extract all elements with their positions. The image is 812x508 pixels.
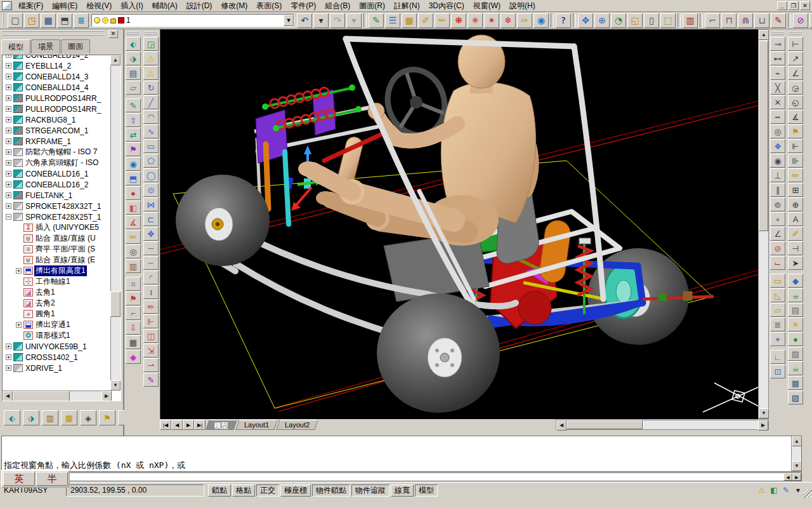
compass-ne-button[interactable]: ◶ [788,81,803,95]
help-button[interactable]: ? [556,13,571,28]
tree-item[interactable]: +防鬆六角螺帽 - ISO 7 [3,147,108,157]
browser-tab-模型[interactable]: 模型 [1,39,30,54]
dim-flag-button[interactable]: ⚑ [788,124,803,138]
primitive-sphere-button[interactable]: ● [126,186,141,200]
update-part-button[interactable]: ⚡ [809,13,812,28]
render-teapot-button[interactable]: ☕ [788,288,803,302]
menu-11[interactable]: 圖面(R) [355,0,390,12]
extrude-button[interactable]: ⇧ [126,113,141,127]
expand-icon[interactable]: + [6,203,11,209]
power-recall-button[interactable]: ❄ [501,13,516,28]
tree-item[interactable]: ⊎貼合 直線/直線 (U [3,233,108,244]
tree-item-label[interactable]: SPROKET428X25T_1 [24,213,102,222]
browser-tab-場景[interactable]: 場景 [31,39,60,53]
tree-item-label[interactable]: CONEBALLD16_2 [24,180,89,189]
new-view-button[interactable]: ⌐ [705,13,720,28]
assembly-constraint-button[interactable]: ⌗ [126,277,141,291]
tree-item[interactable]: +UNIVYOKE59B_1 [3,341,108,352]
orbit-button[interactable]: ◔ [611,13,626,28]
work-plane-button[interactable]: ◧ [126,201,141,215]
tree-item-label[interactable]: STRGEARCOM_1 [24,126,89,135]
axis-ucs-button[interactable]: ⌖ [770,332,785,346]
dim-one-button[interactable]: ⊩ [143,314,159,328]
status-toggle-正交[interactable]: 正交 [256,485,279,497]
tree-item[interactable]: ◪去角1 [3,287,108,298]
tab-last-button[interactable]: ▶| [194,420,206,430]
background-button[interactable]: ▩ [788,376,803,390]
tree-item[interactable]: +CONEBALLD14_2 [3,55,108,60]
toggle-updates-button[interactable]: ⇄ [126,128,141,142]
undo-dropdown[interactable]: ▾ [313,13,329,28]
tree-item-label[interactable]: 齊平 平面/平面 (S [34,244,96,255]
tree-item-label[interactable]: 去角2 [34,298,56,309]
ime-language-button[interactable]: 英 [3,472,35,486]
pipe-arrow-button[interactable]: ⇩ [126,321,141,335]
expand-icon[interactable]: + [6,128,11,133]
viewport-vertical-scrollbar[interactable]: ▲ ▼ [758,29,769,419]
status-toggle-物件追蹤[interactable]: 物件追蹤 [351,485,390,497]
tray-pencil-icon[interactable]: ✎ [781,485,791,495]
redo-dropdown[interactable]: ▾ [346,13,362,28]
tree-item-label[interactable]: XDRIVE_1 [24,364,63,373]
status-toggle-極座標[interactable]: 極座標 [280,485,311,497]
menu-8[interactable]: 表面(S) [252,0,286,12]
tree-item[interactable]: +EYEBLL14_2 [3,60,108,71]
tree-scroll-up-icon[interactable]: ▲ [110,55,121,65]
trim-tool-button[interactable]: ┄ [143,241,159,255]
power-erase-button[interactable]: ✴ [484,13,499,28]
tree-scroll-thumb[interactable] [110,291,121,317]
layout-tab-Layout1[interactable]: Layout1 [235,420,277,430]
profile-warning2-button[interactable]: ⚠ [143,66,159,80]
auto-dimension-button[interactable]: ▭ [770,274,785,288]
pencil-ruler-button[interactable]: ✑ [517,13,532,28]
compass-se-button[interactable]: ◵ [788,95,803,109]
status-toggle-線寬[interactable]: 線寬 [391,485,414,497]
tree-item-label[interactable]: 擠出穿通1 [34,319,72,330]
tree-scroll-down-icon[interactable]: ▼ [110,380,121,391]
layer-lock-icon[interactable] [110,18,116,23]
profile-flag-button[interactable]: ⚑ [126,142,141,156]
table-button[interactable]: ▦ [61,410,77,425]
browser-tab-圖面[interactable]: 圖面 [61,39,90,53]
tree-item-label[interactable]: CONEBALLD14_4 [24,83,89,92]
pipe-bend-button[interactable]: ⌐ [126,306,141,320]
tree-item-label[interactable]: RACKBUG8_1 [24,116,77,124]
collinear-constraint-button[interactable]: ╍ [770,110,785,124]
part-mode-button[interactable]: ⬖ [4,410,20,425]
tree-item-label[interactable]: CONEBALLD16_1 [24,170,89,178]
reload-profile-button[interactable]: ↻ [143,81,159,95]
tree-item-label[interactable]: CROSS1402_1 [24,353,79,362]
tree-item[interactable]: ◪去角2 [3,298,108,309]
named-views-button[interactable]: ▯ [644,13,659,28]
tree-item-label[interactable]: 圓角1 [34,309,56,319]
red-arrow1-button[interactable]: ⇲ [143,344,159,358]
power-dim-d2-button[interactable]: ∡ [126,215,141,229]
copy-feature-button[interactable]: ◉ [126,157,141,171]
tree-item-label[interactable]: 插入 (UNIVYOKE5 [34,222,100,233]
tree-item[interactable]: +RXFRAME_1 [3,136,108,147]
viewport-hscroll-thumb[interactable] [566,420,643,429]
menu-12[interactable]: 註解(N) [390,0,424,12]
expand-icon[interactable]: + [6,117,11,123]
table-button[interactable]: ▦ [402,13,417,28]
tree-item-label[interactable]: PULLRODPOS14RR_ [24,105,102,114]
power-edit-button[interactable]: ✏ [435,13,450,28]
tab-first-button[interactable]: |◀ [160,420,171,430]
section-view-button[interactable]: ⊓ [721,13,737,28]
menu-6[interactable]: 設計(D) [182,0,217,12]
browser-grip[interactable] [3,30,104,36]
tree-item-label[interactable]: PULLRODPOS14RR_ [24,94,102,103]
dim-arrow-button[interactable]: ➤ [788,256,803,270]
lights-scene-button[interactable]: ▤ [788,303,803,317]
spline-tool-button[interactable]: ∿ [143,124,159,138]
collapse-icon[interactable]: − [6,214,11,220]
part-button[interactable]: ⬖ [126,37,141,51]
tray-comm-icon[interactable]: ◧ [769,485,779,495]
redo-button[interactable]: ↷ [330,13,345,28]
fix-constraint-button[interactable]: ◉ [770,154,785,168]
catalog-book-button[interactable]: ▥ [126,259,141,273]
angle-constraint-button[interactable]: ∠ [770,227,785,241]
expand-icon[interactable]: + [6,344,11,349]
tab-prev-button[interactable]: ◀ [171,420,183,430]
display-button[interactable]: ⬒ [57,13,72,28]
